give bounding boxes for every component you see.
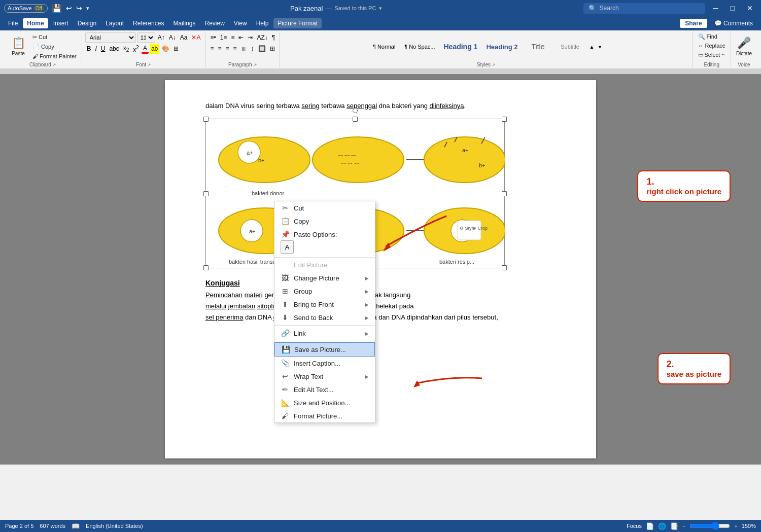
style-title[interactable]: Title bbox=[523, 41, 554, 52]
style-heading1[interactable]: Heading 1 bbox=[440, 41, 481, 52]
menu-view[interactable]: View bbox=[230, 18, 251, 28]
multilevel-button[interactable]: ≡ bbox=[229, 32, 236, 43]
redo-icon[interactable]: ↪ bbox=[76, 4, 82, 12]
ctx-wrap-text[interactable]: ↩ Wrap Text ▶ bbox=[274, 370, 375, 383]
bullets-button[interactable]: ≡• bbox=[209, 32, 217, 43]
paragraph-expand-icon[interactable]: ↗ bbox=[253, 62, 257, 67]
handle-bl[interactable] bbox=[203, 265, 209, 270]
superscript-button[interactable]: x2 bbox=[131, 44, 141, 54]
menu-picture-format[interactable]: Picture Format bbox=[273, 18, 322, 28]
view-web-icon[interactable]: 🌐 bbox=[658, 522, 666, 530]
autosave-toggle[interactable]: Off bbox=[33, 5, 44, 12]
zoom-slider[interactable] bbox=[689, 522, 730, 530]
view-read-icon[interactable]: 📑 bbox=[670, 522, 678, 530]
menu-mailings[interactable]: Mailings bbox=[169, 18, 199, 28]
line-spacing-button[interactable]: ↕ bbox=[250, 44, 256, 54]
borders2-button[interactable]: ⊞ bbox=[268, 44, 276, 54]
minimize-button[interactable]: ─ bbox=[709, 3, 722, 13]
handle-br[interactable] bbox=[502, 265, 507, 270]
menu-home[interactable]: Home bbox=[23, 18, 48, 28]
ctx-save-picture[interactable]: 💾 Save as Picture... bbox=[274, 342, 375, 357]
shading2-button[interactable]: 🔲 bbox=[257, 44, 267, 54]
menu-design[interactable]: Design bbox=[74, 18, 100, 28]
zoom-in-button[interactable]: + bbox=[734, 523, 737, 529]
align-center-button[interactable]: ≡ bbox=[217, 44, 223, 54]
menu-review[interactable]: Review bbox=[200, 18, 228, 28]
ctx-paste[interactable]: 📌 Paste Options: bbox=[274, 228, 375, 239]
save-icon[interactable]: 💾 bbox=[52, 4, 62, 13]
styles-expand-icon[interactable]: ↗ bbox=[492, 62, 496, 67]
restore-button[interactable]: □ bbox=[727, 3, 739, 13]
font-grow-button[interactable]: A↑ bbox=[156, 32, 166, 43]
more-options-icon[interactable]: ▾ bbox=[86, 5, 89, 12]
cut-button[interactable]: ✂ Cut bbox=[30, 32, 79, 42]
italic-button[interactable]: I bbox=[93, 44, 98, 54]
cloud-dropdown[interactable]: ▾ bbox=[379, 5, 382, 12]
ctx-edit-alt-text[interactable]: ✏ Edit Alt Text... bbox=[274, 383, 375, 396]
select-button[interactable]: ▭ Select ~ bbox=[696, 51, 728, 59]
format-painter-button[interactable]: 🖌 Format Painter bbox=[30, 52, 79, 61]
ctx-copy[interactable]: 📋 Copy bbox=[274, 215, 375, 228]
view-normal-icon[interactable]: 📄 bbox=[646, 522, 654, 530]
styles-scroll-up[interactable]: ▲ bbox=[588, 33, 595, 60]
style-normal[interactable]: ¶ Normal bbox=[369, 42, 399, 51]
ctx-group[interactable]: ⊞ Group ▶ bbox=[274, 285, 375, 298]
ctx-format-picture[interactable]: 🖌 Format Picture... bbox=[274, 409, 375, 422]
clipboard-expand-icon[interactable]: ↗ bbox=[52, 62, 56, 67]
handle-tm[interactable] bbox=[353, 117, 358, 122]
menu-help[interactable]: Help bbox=[252, 18, 273, 28]
handle-tr[interactable] bbox=[502, 117, 507, 122]
replace-button[interactable]: ↔ Replace bbox=[696, 42, 728, 50]
clear-formatting-button[interactable]: ✕A bbox=[190, 32, 202, 43]
underline-button[interactable]: U bbox=[99, 44, 107, 54]
dictate-button[interactable]: 🎤 Dictate bbox=[734, 32, 754, 60]
font-name-select[interactable]: Arial bbox=[85, 32, 136, 43]
borders-button[interactable]: ⊞ bbox=[172, 44, 180, 54]
highlight-button[interactable]: ab bbox=[150, 44, 159, 54]
columns-button[interactable]: ⫼ bbox=[239, 44, 249, 54]
align-right-button[interactable]: ≡ bbox=[224, 44, 231, 54]
sort-button[interactable]: AZ↓ bbox=[255, 32, 269, 43]
share-button[interactable]: Share bbox=[680, 19, 707, 28]
menu-layout[interactable]: Layout bbox=[101, 18, 128, 28]
style-heading2[interactable]: Heading 2 bbox=[482, 42, 521, 52]
ctx-insert-caption[interactable]: 📎 Insert Caption... bbox=[274, 357, 375, 370]
numbering-button[interactable]: 1≡ bbox=[219, 32, 229, 43]
justify-button[interactable]: ≡ bbox=[232, 44, 238, 54]
ctx-send-back[interactable]: ⬇ Send to Back ▶ bbox=[274, 311, 375, 324]
spell-check-icon[interactable]: 📖 bbox=[72, 522, 80, 530]
search-bar[interactable]: 🔍 bbox=[583, 3, 705, 14]
ctx-change-picture[interactable]: 🖼 Change Picture ▶ bbox=[274, 271, 375, 285]
menu-file[interactable]: File bbox=[4, 18, 22, 28]
increase-indent-button[interactable]: ⇥ bbox=[246, 32, 254, 43]
ctx-link[interactable]: 🔗 Link ▶ bbox=[274, 327, 375, 340]
find-button[interactable]: 🔍 Find bbox=[696, 32, 728, 41]
ctx-cut[interactable]: ✂ Cut bbox=[274, 201, 375, 215]
comments-button[interactable]: 💬 Comments bbox=[710, 18, 757, 28]
align-left-button[interactable]: ≡ bbox=[209, 44, 215, 54]
ctx-size-position[interactable]: 📐 Size and Position... bbox=[274, 396, 375, 409]
decrease-indent-button[interactable]: ⇤ bbox=[237, 32, 245, 43]
shading-button[interactable]: 🎨 bbox=[160, 44, 171, 54]
font-expand-icon[interactable]: ↗ bbox=[147, 62, 151, 67]
undo-icon[interactable]: ↩ bbox=[66, 4, 72, 12]
font-shrink-button[interactable]: A↓ bbox=[167, 32, 178, 43]
zoom-out-button[interactable]: − bbox=[682, 523, 685, 529]
paste-option-keep-source[interactable]: A bbox=[281, 240, 294, 254]
handle-mr[interactable] bbox=[502, 191, 507, 196]
subscript-button[interactable]: x2 bbox=[122, 44, 131, 54]
style-no-spacing[interactable]: ¶ No Spac... bbox=[401, 42, 438, 51]
bold-button[interactable]: B bbox=[85, 44, 93, 54]
handle-ml[interactable] bbox=[203, 191, 209, 196]
close-button[interactable]: ✕ bbox=[743, 3, 757, 13]
search-input[interactable] bbox=[600, 5, 681, 12]
autosave-badge[interactable]: AutoSave Off bbox=[4, 4, 48, 13]
focus-button[interactable]: Focus bbox=[627, 523, 642, 529]
paste-button[interactable]: 📋 Paste bbox=[7, 32, 29, 60]
font-color-button[interactable]: A bbox=[142, 44, 149, 54]
ctx-bring-front[interactable]: ⬆ Bring to Front ▶ bbox=[274, 298, 375, 311]
show-formatting-button[interactable]: ¶ bbox=[270, 32, 276, 43]
font-size-select[interactable]: 11 bbox=[137, 32, 155, 43]
handle-tl[interactable] bbox=[203, 117, 209, 122]
copy-button[interactable]: 📄 Copy bbox=[30, 42, 79, 51]
